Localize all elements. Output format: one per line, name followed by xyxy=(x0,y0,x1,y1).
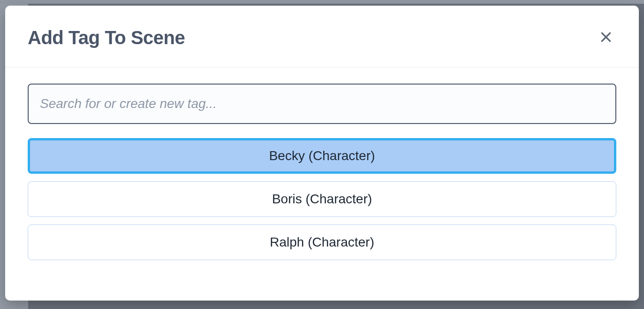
close-icon xyxy=(600,31,612,45)
modal-body: Becky (Character) Boris (Character) Ralp… xyxy=(5,68,639,260)
close-button[interactable] xyxy=(596,28,616,48)
modal-title: Add Tag To Scene xyxy=(28,27,185,48)
tag-search-input[interactable] xyxy=(28,84,616,124)
modal-header: Add Tag To Scene xyxy=(5,6,639,68)
tag-option-label: Ralph (Character) xyxy=(270,235,375,250)
tag-option-label: Boris (Character) xyxy=(272,192,372,207)
add-tag-modal: Add Tag To Scene Becky (Character) Boris… xyxy=(5,6,639,301)
tag-options-list: Becky (Character) Boris (Character) Ralp… xyxy=(28,138,616,260)
tag-option-label: Becky (Character) xyxy=(269,148,375,163)
tag-option[interactable]: Becky (Character) xyxy=(28,138,616,174)
tag-option[interactable]: Ralph (Character) xyxy=(28,224,616,260)
tag-option[interactable]: Boris (Character) xyxy=(28,181,616,217)
